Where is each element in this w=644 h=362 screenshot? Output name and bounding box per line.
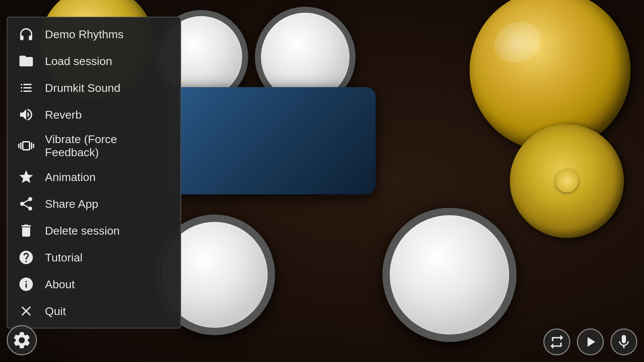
menu-item-delete-session[interactable]: Delete session [7,217,180,244]
menu-item-tutorial[interactable]: Tutorial [7,244,180,271]
menu-item-drumkit-sound[interactable]: Drumkit Sound [7,74,180,101]
menu-label-drumkit-sound: Drumkit Sound [45,81,120,95]
menu-item-quit[interactable]: Quit [7,298,180,324]
menu-item-demo-rhythms[interactable]: Demo Rhythms [7,21,180,48]
close-icon [17,302,35,320]
bottom-controls [543,328,637,355]
headphone-icon [17,25,35,43]
menu-label-share-app: Share App [45,197,98,210]
cymbal-small-right [510,124,624,238]
info-icon [17,276,35,293]
volume-icon [17,106,35,123]
menu-label-about: About [45,278,75,291]
menu-label-delete-session: Delete session [45,224,120,237]
vibrate-icon [17,137,35,155]
question-icon [17,249,35,266]
menu-item-reverb[interactable]: Reverb [7,101,180,128]
menu-item-vibrate[interactable]: Vibrate (Force Feedback) [7,128,180,164]
menu-item-animation[interactable]: Animation [7,164,180,190]
menu-label-load-session: Load session [45,55,112,68]
sliders-icon [17,79,35,97]
toolbar [7,325,37,355]
menu-label-reverb: Reverb [45,108,82,121]
menu-overlay: Demo Rhythms Load session Drumkit Sound … [7,17,181,328]
menu-item-share-app[interactable]: Share App [7,190,180,217]
menu-label-demo-rhythms: Demo Rhythms [45,28,123,41]
menu-item-load-session[interactable]: Load session [7,48,180,74]
repeat-button[interactable] [543,328,570,355]
drum-bottom-right [382,208,517,342]
share-icon [17,195,35,213]
menu-label-tutorial: Tutorial [45,251,83,264]
menu-label-quit: Quit [45,305,66,318]
star-icon [17,168,35,186]
play-button[interactable] [577,328,604,355]
trash-icon [17,222,35,239]
menu-item-about[interactable]: About [7,271,180,298]
settings-button[interactable] [7,325,37,355]
gear-icon [12,330,32,350]
mic-icon [615,334,632,350]
mic-button[interactable] [610,328,637,355]
drum-body-center [168,87,376,194]
repeat-icon [548,334,565,350]
play-icon [582,334,599,350]
folder-icon [17,52,35,70]
menu-label-animation: Animation [45,171,96,184]
menu-label-vibrate: Vibrate (Force Feedback) [45,133,170,159]
